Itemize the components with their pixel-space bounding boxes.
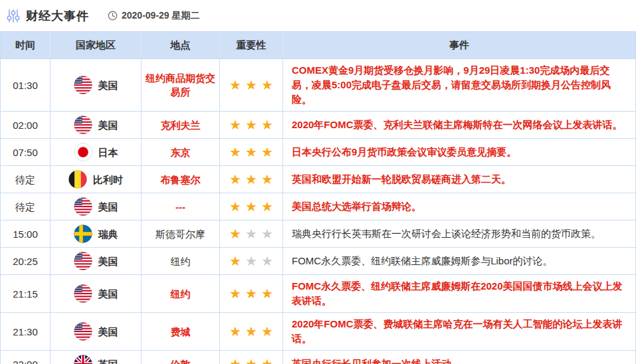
column-header-event: 事件 [283, 32, 635, 58]
event-time: 07:50 [1, 139, 51, 165]
us-flag-icon [74, 284, 92, 303]
star-icon: ★ [245, 357, 257, 364]
star-icon: ★ [229, 78, 241, 92]
table-row: 07:50 日本 东京 ★★★ 日本央行公布9月货币政策会议审议委员意见摘要。 [1, 138, 635, 165]
event-time: 待定 [1, 193, 51, 220]
importance-stars: ★★★ [220, 59, 283, 111]
table-row: 待定 美国 --- ★★★ 美国总统大选举行首场辩论。 [1, 193, 635, 220]
us-flag-icon [74, 76, 92, 94]
date-display: 2020-09-29 星期二 [108, 10, 200, 22]
star-icon: ★ [229, 254, 241, 268]
us-flag-icon [74, 197, 92, 216]
be-flag-icon [68, 170, 87, 189]
column-header-importance: 重要性 [220, 32, 283, 58]
star-icon: ★ [245, 78, 257, 92]
event-time: 01:30 [1, 59, 51, 111]
us-flag-icon [74, 322, 92, 341]
star-icon: ★ [261, 173, 273, 186]
star-icon: ★ [245, 145, 257, 159]
importance-stars: ★★★ [220, 193, 283, 220]
star-icon: ★ [245, 173, 257, 186]
event-time: 02:00 [1, 112, 51, 138]
event-country-cell: 英国 [51, 351, 142, 364]
importance-stars: ★★★ [220, 313, 283, 350]
country-label: 比利时 [93, 173, 123, 187]
importance-stars: ★★★ [220, 248, 283, 274]
event-description: 日本央行公布9月货币政策会议审议委员意见摘要。 [283, 139, 635, 165]
event-country-cell: 日本 [51, 139, 142, 165]
clock-icon [108, 11, 118, 21]
country-label: 美国 [98, 118, 118, 132]
event-location: 克利夫兰 [142, 112, 220, 138]
star-icon: ★ [245, 118, 257, 132]
event-location: --- [142, 193, 220, 220]
event-country-cell: 美国 [51, 313, 142, 350]
star-icon: ★ [229, 227, 241, 240]
table-row: 21:30 美国 费城 ★★★ 2020年FOMC票委、费城联储主席哈克在一场有… [1, 312, 635, 350]
event-country-cell: 美国 [51, 275, 142, 312]
star-icon: ★ [229, 357, 241, 364]
event-location: 伦敦 [142, 351, 220, 364]
country-label: 美国 [98, 287, 118, 301]
financial-events-panel: 财经大事件 2020-09-29 星期二 时间 国家地区 地点 重要性 事件 0… [0, 0, 636, 364]
event-description: 美国总统大选举行首场辩论。 [283, 193, 635, 220]
star-icon: ★ [261, 227, 273, 240]
table-row: 待定 比利时 布鲁塞尔 ★★★ 英国和欧盟开始新一轮脱欧贸易磋商进入第二天。 [1, 165, 635, 193]
table-row: 21:15 美国 纽约 ★★★ FOMC永久票委、纽约联储主席威廉姆斯在2020… [1, 274, 635, 312]
event-location: 纽约商品期货交易所 [142, 59, 220, 111]
event-time: 21:30 [1, 313, 51, 350]
event-country-cell: 美国 [51, 112, 142, 138]
importance-stars: ★★★ [220, 112, 283, 138]
importance-stars: ★★★ [220, 275, 283, 312]
event-time: 15:00 [1, 221, 51, 247]
column-header-location: 地点 [142, 32, 220, 58]
star-icon: ★ [245, 227, 257, 240]
event-description: 瑞典央行行长英韦斯在一次研讨会上谈论经济形势和当前的货币政策。 [283, 221, 635, 247]
table-row: 15:00 瑞典 斯德哥尔摩 ★★★ 瑞典央行行长英韦斯在一次研讨会上谈论经济形… [1, 220, 635, 247]
us-flag-icon [74, 252, 92, 270]
column-header-country: 国家地区 [51, 32, 142, 58]
sliders-icon [7, 9, 20, 23]
event-country-cell: 美国 [51, 193, 142, 220]
event-description: FOMC永久票委、纽约联储主席威廉姆斯参与Libor的讨论。 [283, 248, 635, 274]
star-icon: ★ [261, 145, 273, 159]
event-time: 21:15 [1, 275, 51, 312]
star-icon: ★ [261, 118, 273, 132]
column-header-time: 时间 [1, 32, 51, 58]
star-icon: ★ [229, 325, 241, 338]
event-location: 纽约 [142, 275, 220, 312]
event-description: COMEX黄金9月期货受移仓换月影响，9月29日凌晨1:30完成场内最后交易，凌… [283, 59, 635, 111]
country-label: 英国 [98, 357, 118, 364]
star-icon: ★ [245, 325, 257, 338]
importance-stars: ★★★ [220, 139, 283, 165]
importance-stars: ★★★ [220, 351, 283, 364]
star-icon: ★ [261, 287, 273, 300]
panel-titlebar: 财经大事件 2020-09-29 星期二 [0, 0, 636, 31]
event-country-cell: 瑞典 [51, 221, 142, 247]
page-title: 财经大事件 [26, 8, 89, 24]
star-icon: ★ [229, 287, 241, 300]
event-description: 2020年FOMC票委、克利夫兰联储主席梅斯特在一次网络会议上发表讲话。 [283, 112, 635, 138]
country-label: 美国 [98, 325, 118, 339]
event-time: 待定 [1, 166, 51, 193]
event-country-cell: 美国 [51, 59, 142, 111]
gb-flag-icon [74, 355, 92, 364]
importance-stars: ★★★ [220, 221, 283, 247]
star-icon: ★ [261, 357, 273, 364]
event-description: 2020年FOMC票委、费城联储主席哈克在一场有关人工智能的论坛上发表讲话。 [283, 313, 635, 350]
event-time: 20:25 [1, 248, 51, 274]
table-header-row: 时间 国家地区 地点 重要性 事件 [1, 32, 635, 58]
event-country-cell: 比利时 [51, 166, 142, 193]
country-label: 美国 [98, 78, 118, 92]
star-icon: ★ [261, 78, 273, 92]
event-time: 22:00 [1, 351, 51, 364]
event-location: 费城 [142, 313, 220, 350]
star-icon: ★ [245, 200, 257, 213]
se-flag-icon [74, 225, 92, 243]
star-icon: ★ [261, 200, 273, 213]
event-location: 东京 [142, 139, 220, 165]
table-row: 20:25 美国 纽约 ★★★ FOMC永久票委、纽约联储主席威廉姆斯参与Lib… [1, 247, 635, 274]
country-label: 瑞典 [98, 227, 118, 241]
star-icon: ★ [261, 254, 273, 268]
star-icon: ★ [261, 325, 273, 338]
